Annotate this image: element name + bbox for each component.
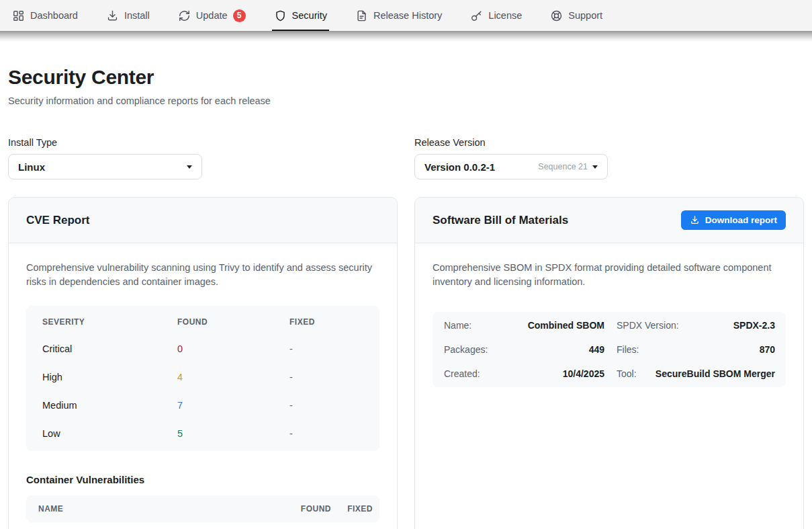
nav-item-label: Release History bbox=[373, 10, 442, 21]
fixed-cell: - bbox=[289, 400, 363, 411]
release-version-filter: Release Version Version 0.0.2-1 Sequence… bbox=[414, 137, 804, 179]
severity-table: SEVERITY FOUND FIXED Critical 0 - High 4… bbox=[26, 306, 379, 451]
fixed-cell: - bbox=[289, 343, 363, 354]
install-type-filter: Install Type Linux bbox=[8, 137, 398, 179]
table-row: Low 5 - bbox=[26, 419, 379, 448]
found-cell: 5 bbox=[177, 428, 289, 439]
chevron-down-icon bbox=[592, 165, 598, 169]
sbom-description: Comprehensive SBOM in SPDX format provid… bbox=[433, 261, 786, 289]
sbom-card: Software Bill of Materials Download repo… bbox=[414, 197, 804, 529]
sbom-detail-value: 449 bbox=[589, 344, 604, 355]
sbom-detail-label: Name: bbox=[444, 320, 471, 331]
page-subtitle: Security information and compliance repo… bbox=[8, 95, 804, 106]
document-icon bbox=[355, 9, 368, 22]
found-cell: 0 bbox=[177, 343, 289, 354]
cve-report-description: Comprehensive vulnerability scanning usi… bbox=[26, 261, 379, 289]
sbom-details-table: Name: Combined SBOM SPDX Version: SPDX-2… bbox=[433, 312, 786, 387]
release-version-value: Version 0.0.2-1 bbox=[424, 161, 495, 173]
sbom-detail-value: SecureBuild SBOM Merger bbox=[656, 368, 775, 379]
filters-row: Install Type Linux Release Version Versi… bbox=[8, 137, 804, 179]
nav-item-license[interactable]: License bbox=[470, 0, 522, 31]
table-row: High 4 - bbox=[26, 363, 379, 391]
sbom-detail-value: Combined SBOM bbox=[528, 320, 604, 331]
table-row: Packages: 449 Files: 870 bbox=[433, 337, 786, 362]
nav-item-security[interactable]: Security bbox=[274, 0, 327, 31]
sbom-title: Software Bill of Materials bbox=[433, 214, 568, 227]
found-column-header: FOUND bbox=[289, 504, 331, 514]
cve-report-card-header: CVE Report bbox=[9, 198, 397, 243]
nav-item-label: Install bbox=[124, 10, 150, 21]
sbom-detail-label: SPDX Version: bbox=[617, 320, 679, 331]
severity-cell: High bbox=[42, 372, 177, 382]
name-column-header: NAME bbox=[38, 504, 289, 514]
sbom-detail-label: Tool: bbox=[617, 368, 637, 379]
sbom-detail-label: Packages: bbox=[444, 344, 488, 355]
nav-item-update[interactable]: Update 5 bbox=[178, 0, 246, 31]
severity-table-header: SEVERITY FOUND FIXED bbox=[26, 306, 379, 335]
sbom-detail-label: Created: bbox=[444, 368, 480, 379]
download-icon bbox=[690, 215, 700, 225]
severity-cell: Critical bbox=[42, 343, 177, 354]
fixed-cell: - bbox=[289, 372, 363, 382]
release-version-label: Release Version bbox=[414, 137, 804, 148]
nav-item-release-history[interactable]: Release History bbox=[355, 0, 442, 31]
sbom-detail-value: 870 bbox=[760, 344, 775, 355]
download-report-button[interactable]: Download report bbox=[681, 210, 786, 230]
shield-icon bbox=[274, 9, 287, 22]
found-cell: 7 bbox=[177, 400, 289, 411]
found-column-header: FOUND bbox=[177, 317, 289, 327]
table-row: Created: 10/4/2025 Tool: SecureBuild SBO… bbox=[433, 362, 786, 386]
life-buoy-icon bbox=[550, 9, 563, 22]
nav-item-dashboard[interactable]: Dashboard bbox=[12, 0, 78, 31]
fixed-cell: - bbox=[289, 428, 363, 439]
table-row: Medium 7 - bbox=[26, 391, 379, 419]
container-vulnerabilities-title: Container Vulnerabilities bbox=[26, 474, 379, 485]
install-type-label: Install Type bbox=[8, 137, 398, 148]
nav-item-label: Security bbox=[292, 10, 327, 21]
page-title: Security Center bbox=[8, 66, 804, 89]
severity-column-header: SEVERITY bbox=[42, 317, 177, 327]
nav-item-label: Dashboard bbox=[30, 10, 78, 21]
top-nav: Dashboard Install Update 5 Security Rele… bbox=[0, 0, 812, 31]
sbom-detail-value: SPDX-2.3 bbox=[733, 320, 775, 331]
sbom-card-body: Comprehensive SBOM in SPDX format provid… bbox=[415, 243, 803, 405]
key-icon bbox=[470, 9, 483, 22]
nav-item-support[interactable]: Support bbox=[550, 0, 602, 31]
release-version-select[interactable]: Version 0.0.2-1 Sequence 21 bbox=[414, 154, 608, 179]
nav-item-label: License bbox=[488, 10, 522, 21]
sbom-detail-value: 10/4/2025 bbox=[563, 368, 604, 379]
main-content: Security Center Security information and… bbox=[0, 66, 812, 529]
fixed-column-header: FIXED bbox=[289, 317, 363, 327]
nav-item-install[interactable]: Install bbox=[106, 0, 150, 31]
cards-row: CVE Report Comprehensive vulnerability s… bbox=[8, 197, 804, 529]
release-sequence-label: Sequence 21 bbox=[538, 162, 588, 171]
update-count-badge: 5 bbox=[233, 9, 246, 22]
cve-report-card: CVE Report Comprehensive vulnerability s… bbox=[8, 197, 398, 529]
download-icon bbox=[106, 9, 119, 22]
cve-report-card-body: Comprehensive vulnerability scanning usi… bbox=[9, 243, 397, 529]
refresh-icon bbox=[178, 9, 191, 22]
sbom-card-header: Software Bill of Materials Download repo… bbox=[415, 198, 803, 243]
install-type-select[interactable]: Linux bbox=[8, 154, 202, 179]
cve-report-title: CVE Report bbox=[26, 214, 89, 227]
install-type-value: Linux bbox=[18, 161, 45, 173]
nav-item-label: Update bbox=[196, 10, 228, 21]
table-row: Critical 0 - bbox=[26, 335, 379, 363]
found-cell: 4 bbox=[177, 372, 289, 382]
severity-cell: Medium bbox=[42, 400, 177, 411]
nav-item-label: Support bbox=[568, 10, 602, 21]
nav-shadow-divider bbox=[0, 31, 812, 42]
sbom-detail-label: Files: bbox=[617, 344, 639, 355]
container-vulnerabilities-table-header: NAME FOUND FIXED bbox=[26, 495, 379, 522]
table-row: Name: Combined SBOM SPDX Version: SPDX-2… bbox=[433, 313, 786, 337]
chevron-down-icon bbox=[187, 165, 192, 169]
dashboard-grid-icon bbox=[12, 9, 25, 22]
download-report-label: Download report bbox=[705, 215, 777, 225]
severity-cell: Low bbox=[42, 428, 177, 439]
fixed-column-header: FIXED bbox=[331, 504, 373, 514]
